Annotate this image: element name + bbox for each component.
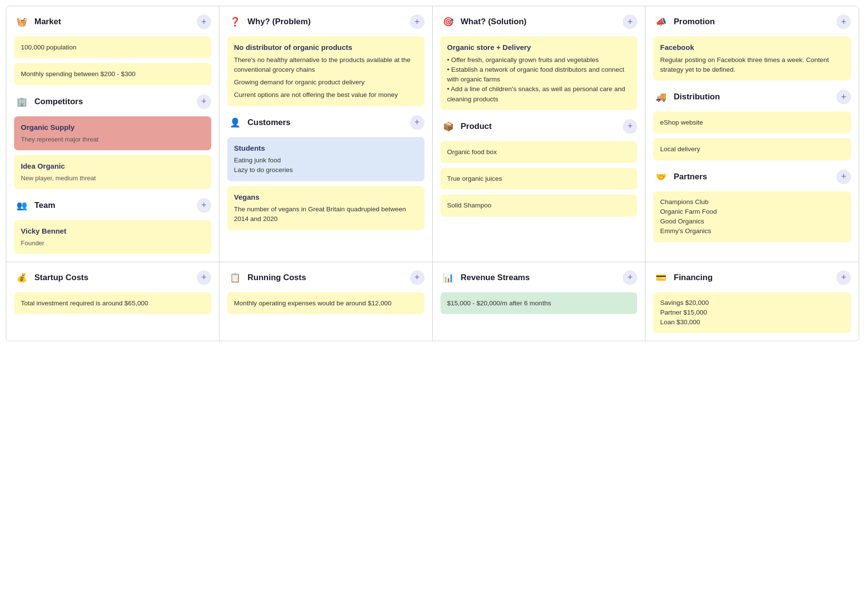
idea-organic-title: Idea Organic: [21, 161, 204, 172]
startup-costs-icon: 💰: [14, 270, 30, 285]
financing-card[interactable]: Savings $20,000Partner $15,000Loan $30,0…: [653, 292, 851, 333]
problem-add-button[interactable]: +: [410, 15, 425, 29]
idea-organic-subtext: New player, medium threat: [21, 174, 204, 183]
customers-title: Customers: [248, 118, 291, 127]
problem-icon: ❓: [227, 14, 243, 30]
organic-supply-card[interactable]: Organic Supply They represent major thre…: [14, 116, 211, 150]
product-add-button[interactable]: +: [623, 119, 637, 134]
idea-organic-card[interactable]: Idea Organic New player, medium threat: [14, 155, 211, 189]
distribution-icon: 🚚: [653, 89, 669, 105]
students-title: Students: [234, 143, 418, 154]
revenue-streams-icon: 📊: [440, 270, 456, 285]
promotion-add-button[interactable]: +: [836, 15, 851, 29]
organic-food-box-card[interactable]: Organic food box: [440, 141, 638, 163]
competitors-title: Competitors: [34, 97, 83, 107]
partners-card[interactable]: Champions ClubOrganic Farm FoodGood Orga…: [653, 191, 851, 242]
facebook-title: Facebook: [660, 42, 844, 53]
local-delivery-text: Local delivery: [660, 145, 700, 153]
growing-demand-text: Growing demand for organic product deliv…: [234, 78, 418, 87]
solution-header: 🎯 What? (Solution) +: [440, 14, 638, 30]
customers-add-button[interactable]: +: [410, 115, 425, 130]
distribution-header: 🚚 Distribution +: [653, 89, 851, 105]
no-distributor-title: No distributor of organic products: [234, 42, 418, 53]
partners-add-button[interactable]: +: [836, 170, 851, 184]
problem-card-1[interactable]: No distributor of organic products There…: [227, 36, 425, 106]
market-icon: 🧺: [14, 14, 30, 30]
running-costs-text: Monthly operating expenses would be arou…: [234, 300, 392, 307]
market-header: 🧺 Market +: [14, 14, 211, 30]
partners-icon: 🤝: [653, 169, 669, 185]
revenue-streams-header: 📊 Revenue Streams +: [440, 270, 638, 285]
team-header: 👥 Team +: [14, 198, 211, 213]
team-title: Team: [34, 201, 55, 210]
organic-store-title: Organic store + Delivery: [447, 42, 631, 53]
revenue-streams-title: Revenue Streams: [461, 273, 530, 283]
eshop-card[interactable]: eShop website: [653, 111, 851, 133]
partners-title: Partners: [674, 172, 707, 182]
startup-costs-text: Total investment required is around $65,…: [21, 300, 148, 307]
running-costs-add-button[interactable]: +: [410, 270, 425, 285]
running-costs-card[interactable]: Monthly operating expenses would be arou…: [227, 292, 425, 314]
competitors-icon: 🏢: [14, 94, 30, 110]
running-costs-title: Running Costs: [248, 273, 306, 283]
customers-header: 👤 Customers +: [227, 115, 425, 130]
organic-supply-subtext: They represent major threat: [21, 135, 204, 144]
customers-icon: 👤: [227, 115, 243, 130]
organic-juices-text: True organic juices: [447, 175, 503, 182]
team-card-1[interactable]: Vicky Bennet Founder: [14, 220, 211, 254]
product-title: Product: [461, 122, 492, 131]
organic-food-box-text: Organic food box: [447, 148, 497, 156]
running-costs-icon: 📋: [227, 270, 243, 285]
no-distributor-text: There's no healthy alternative to the pr…: [234, 55, 418, 75]
local-delivery-card[interactable]: Local delivery: [653, 138, 851, 160]
startup-costs-card[interactable]: Total investment required is around $65,…: [14, 292, 211, 314]
students-text: Eating junk foodLazy to do groceries: [234, 156, 418, 175]
vicky-bennet-title: Vicky Bennet: [21, 226, 204, 237]
promotion-title: Promotion: [674, 17, 715, 27]
organic-store-text: • Offer fresh, organically grown fruits …: [447, 55, 631, 104]
market-card-2[interactable]: Monthly spending between $200 - $300: [14, 63, 211, 85]
financing-header: 💳 Financing +: [653, 270, 851, 285]
solution-card-1[interactable]: Organic store + Delivery • Offer fresh, …: [440, 36, 638, 110]
organic-supply-title: Organic Supply: [21, 122, 204, 133]
solid-shampoo-text: Solid Shampoo: [447, 202, 492, 209]
running-costs-header: 📋 Running Costs +: [227, 270, 425, 285]
startup-costs-header: 💰 Startup Costs +: [14, 270, 211, 285]
students-card[interactable]: Students Eating junk foodLazy to do groc…: [227, 137, 425, 181]
distribution-add-button[interactable]: +: [836, 90, 851, 104]
competitors-add-button[interactable]: +: [197, 95, 211, 109]
promotion-icon: 📣: [653, 14, 669, 30]
solution-title: What? (Solution): [461, 17, 527, 27]
solution-add-button[interactable]: +: [623, 15, 637, 29]
market-card-1[interactable]: 100,000 population: [14, 36, 211, 58]
revenue-streams-text: $15,000 - $20,000/m after 6 months: [447, 300, 551, 307]
market-title: Market: [34, 17, 61, 27]
market-add-button[interactable]: +: [197, 15, 211, 29]
team-add-button[interactable]: +: [197, 198, 211, 213]
facebook-card[interactable]: Facebook Regular posting on Facebook thr…: [653, 36, 851, 80]
promotion-header: 📣 Promotion +: [653, 14, 851, 30]
financing-add-button[interactable]: +: [836, 270, 851, 285]
facebook-text: Regular posting on Facebook three times …: [660, 55, 844, 75]
solution-icon: 🎯: [440, 14, 456, 30]
partners-header: 🤝 Partners +: [653, 169, 851, 185]
competitors-header: 🏢 Competitors +: [14, 94, 211, 110]
vegans-text: The number of vegans in Great Britain qu…: [234, 205, 418, 224]
vegans-card[interactable]: Vegans The number of vegans in Great Bri…: [227, 186, 425, 230]
revenue-streams-card[interactable]: $15,000 - $20,000/m after 6 months: [440, 292, 638, 314]
vegans-title: Vegans: [234, 192, 418, 203]
solid-shampoo-card[interactable]: Solid Shampoo: [440, 194, 638, 216]
startup-costs-title: Startup Costs: [34, 273, 88, 283]
product-header: 📦 Product +: [440, 119, 638, 134]
financing-title: Financing: [674, 273, 712, 283]
organic-juices-card[interactable]: True organic juices: [440, 168, 638, 190]
problem-header: ❓ Why? (Problem) +: [227, 14, 425, 30]
financing-text: Savings $20,000Partner $15,000Loan $30,0…: [660, 298, 844, 328]
startup-costs-add-button[interactable]: +: [197, 270, 211, 285]
revenue-streams-add-button[interactable]: +: [623, 270, 637, 285]
eshop-text: eShop website: [660, 119, 703, 126]
vicky-bennet-role: Founder: [21, 238, 204, 248]
current-options-text: Current options are not offering the bes…: [234, 90, 418, 100]
distribution-title: Distribution: [674, 92, 720, 102]
problem-title: Why? (Problem): [248, 17, 311, 27]
